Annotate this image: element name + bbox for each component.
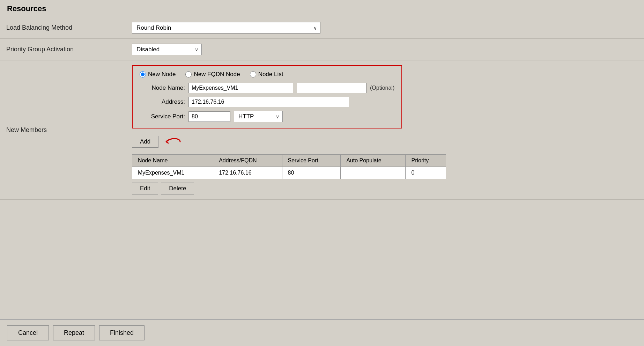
cell-service-port: 80 (282, 167, 341, 179)
load-balancing-value-cell: Round Robin Least Connections Observed P… (126, 17, 644, 39)
col-address-fqdn: Address/FQDN (213, 155, 282, 167)
finished-button[interactable]: Finished (99, 325, 145, 340)
node-name-label: Node Name: (140, 84, 185, 91)
service-port-row: Service Port: HTTP HTTPS FTP Custom (140, 111, 394, 122)
service-port-label: Service Port: (140, 113, 185, 120)
delete-button[interactable]: Delete (161, 183, 194, 194)
page-title: Resources (0, 0, 644, 17)
radio-new-fqdn-input[interactable] (185, 71, 192, 78)
table-actions: Edit Delete (132, 183, 638, 194)
cell-node-name: MyExpenses_VM1 (132, 167, 213, 179)
node-name-input[interactable] (188, 83, 293, 93)
new-members-label: New Members (0, 60, 126, 200)
repeat-button[interactable]: Repeat (53, 325, 95, 340)
radio-group: New Node New FQDN Node Node List (140, 71, 394, 78)
load-balancing-label: Load Balancing Method (0, 17, 126, 39)
radio-new-fqdn-label: New FQDN Node (194, 71, 240, 78)
radio-node-list-input[interactable] (250, 71, 256, 78)
col-priority: Priority (406, 155, 446, 167)
node-name-row: Node Name: (Optional) (140, 83, 394, 93)
service-port-type-select[interactable]: HTTP HTTPS FTP Custom (234, 111, 283, 122)
radio-node-list[interactable]: Node List (250, 71, 283, 78)
add-button[interactable]: Add (132, 136, 158, 148)
add-button-row: Add (132, 135, 638, 149)
cell-address: 172.16.76.16 (213, 167, 282, 179)
node-name-secondary-input[interactable] (297, 83, 367, 93)
cancel-button[interactable]: Cancel (7, 325, 49, 340)
radio-new-node[interactable]: New Node (140, 71, 176, 78)
cell-priority: 0 (406, 167, 446, 179)
radio-new-fqdn-node[interactable]: New FQDN Node (185, 71, 240, 78)
load-balancing-select-wrapper[interactable]: Round Robin Least Connections Observed P… (132, 22, 320, 34)
address-label: Address: (140, 98, 185, 105)
priority-group-label: Priority Group Activation (0, 39, 126, 60)
members-table: Node Name Address/FQDN Service Port Auto… (132, 154, 446, 179)
service-port-input[interactable] (188, 111, 230, 122)
address-row: Address: (140, 97, 394, 107)
radio-node-list-label: Node List (258, 71, 283, 78)
col-node-name: Node Name (132, 155, 213, 167)
col-service-port: Service Port (282, 155, 341, 167)
radio-new-node-label: New Node (148, 71, 176, 78)
radio-new-node-input[interactable] (140, 71, 146, 78)
edit-button[interactable]: Edit (132, 183, 158, 194)
bottom-bar: Cancel Repeat Finished (0, 319, 644, 346)
load-balancing-select[interactable]: Round Robin Least Connections Observed P… (132, 22, 320, 34)
new-members-cell: New Node New FQDN Node Node List (126, 60, 644, 200)
priority-group-select-wrapper[interactable]: Disabled Enabled (132, 44, 202, 55)
address-input[interactable] (188, 97, 349, 107)
priority-group-select[interactable]: Disabled Enabled (132, 44, 202, 55)
service-port-type-wrapper[interactable]: HTTP HTTPS FTP Custom (234, 111, 283, 122)
table-row: MyExpenses_VM1 172.16.76.16 80 0 (132, 167, 446, 179)
optional-label: (Optional) (370, 85, 394, 91)
arrow-indicator-icon (163, 135, 184, 149)
col-auto-populate: Auto Populate (341, 155, 406, 167)
priority-group-value-cell: Disabled Enabled (126, 39, 644, 60)
cell-auto-populate (341, 167, 406, 179)
